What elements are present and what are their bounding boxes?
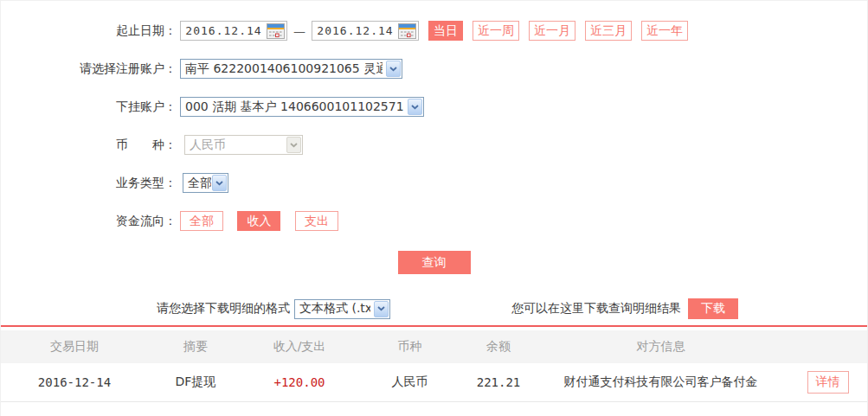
registered-account-select[interactable]: 南平 6222001406100921065 灵通卡 bbox=[180, 59, 402, 79]
quick-range-quarter-button[interactable]: 近三月 bbox=[585, 21, 632, 41]
query-button[interactable]: 查询 bbox=[398, 251, 471, 274]
header-balance: 余额 bbox=[464, 339, 533, 355]
currency-row: 币 种： 人民币 bbox=[1, 135, 867, 155]
query-form: 起止日期： 2016.12.14 — 2016.12.14 bbox=[1, 1, 867, 274]
calendar-icon[interactable] bbox=[398, 23, 416, 39]
download-format-label: 请您选择下载明细的格式 bbox=[157, 301, 290, 317]
cell-date: 2016-12-14 bbox=[1, 375, 148, 389]
currency-select: 人民币 bbox=[184, 135, 303, 155]
fund-flow-all-button[interactable]: 全部 bbox=[180, 211, 223, 231]
business-type-value: 全部 bbox=[188, 176, 211, 191]
sub-account-value: 000 活期 基本户 1406600101102571848 bbox=[185, 99, 404, 115]
calendar-icon[interactable] bbox=[267, 23, 285, 39]
currency-value: 人民币 bbox=[190, 138, 283, 153]
fund-flow-row: 资金流向： 全部 收入 支出 bbox=[1, 211, 867, 231]
cell-balance: 221.21 bbox=[464, 375, 533, 389]
registered-account-label: 请选择注册账户： bbox=[1, 61, 177, 77]
sub-account-select[interactable]: 000 活期 基本户 1406600101102571848 bbox=[180, 97, 424, 117]
fund-flow-income-button[interactable]: 收入 bbox=[237, 211, 280, 231]
header-currency: 币种 bbox=[356, 339, 464, 355]
chevron-down-icon bbox=[212, 175, 227, 191]
query-button-row: 查询 bbox=[1, 251, 867, 274]
date-range-label: 起止日期： bbox=[1, 23, 177, 39]
table-row: 2016-12-14 DF提现 +120.00 人民币 221.21 财付通支付… bbox=[1, 363, 867, 402]
quick-range-buttons: 当日 近一周 近一月 近三月 近一年 bbox=[428, 21, 698, 41]
business-type-row: 业务类型： 全部 bbox=[1, 173, 867, 193]
fund-flow-buttons: 全部 收入 支出 bbox=[180, 211, 349, 231]
header-counterparty: 对方信息 bbox=[533, 339, 788, 355]
fund-flow-label: 资金流向： bbox=[1, 214, 177, 229]
currency-label: 币 种： bbox=[1, 138, 177, 153]
download-format-value: 文本格式 (.txt) bbox=[299, 301, 370, 317]
red-divider bbox=[1, 325, 867, 327]
chevron-down-icon bbox=[386, 61, 401, 77]
date-range-row: 起止日期： 2016.12.14 — 2016.12.14 bbox=[1, 21, 867, 41]
registered-account-value: 南平 6222001406100921065 灵通卡 bbox=[185, 61, 383, 77]
download-button[interactable]: 下载 bbox=[688, 298, 738, 319]
results-table-header: 交易日期 摘要 收入/支出 币种 余额 对方信息 bbox=[1, 330, 867, 363]
cell-currency: 人民币 bbox=[356, 374, 464, 390]
business-type-label: 业务类型： bbox=[1, 176, 177, 191]
start-date-input[interactable]: 2016.12.14 bbox=[180, 21, 287, 41]
cell-summary: DF提现 bbox=[148, 374, 243, 390]
detail-button[interactable]: 详情 bbox=[807, 371, 849, 394]
chevron-down-icon bbox=[374, 301, 389, 317]
end-date-input[interactable]: 2016.12.14 bbox=[312, 21, 419, 41]
quick-range-month-button[interactable]: 近一月 bbox=[529, 21, 575, 41]
download-hint: 您可以在这里下载查询明细结果 bbox=[511, 301, 681, 317]
cell-action: 详情 bbox=[788, 371, 867, 394]
download-bar: 请您选择下载明细的格式 文本格式 (.txt) 您可以在这里下载查询明细结果 下… bbox=[1, 298, 867, 319]
header-date: 交易日期 bbox=[1, 339, 148, 355]
header-amount: 收入/支出 bbox=[243, 339, 356, 355]
sub-account-label: 下挂账户： bbox=[1, 99, 177, 115]
transaction-query-page: 起止日期： 2016.12.14 — 2016.12.14 bbox=[0, 0, 868, 416]
fund-flow-expense-button[interactable]: 支出 bbox=[295, 211, 338, 231]
chevron-down-icon bbox=[286, 137, 301, 153]
quick-range-week-button[interactable]: 近一周 bbox=[473, 21, 519, 41]
quick-range-today-button[interactable]: 当日 bbox=[428, 21, 463, 41]
end-date-value: 2016.12.14 bbox=[312, 24, 398, 37]
header-summary: 摘要 bbox=[148, 339, 243, 355]
business-type-select[interactable]: 全部 bbox=[183, 173, 228, 193]
download-format-select[interactable]: 文本格式 (.txt) bbox=[294, 299, 390, 319]
date-range-separator: — bbox=[293, 24, 305, 38]
chevron-down-icon bbox=[408, 99, 422, 115]
cell-amount: +120.00 bbox=[243, 375, 356, 389]
start-date-value: 2016.12.14 bbox=[181, 24, 267, 37]
sub-account-row: 下挂账户： 000 活期 基本户 1406600101102571848 bbox=[1, 97, 867, 117]
cell-counterparty: 财付通支付科技有限公司客户备付金 bbox=[533, 374, 788, 390]
registered-account-row: 请选择注册账户： 南平 6222001406100921065 灵通卡 bbox=[1, 59, 867, 79]
quick-range-year-button[interactable]: 近一年 bbox=[641, 21, 688, 41]
